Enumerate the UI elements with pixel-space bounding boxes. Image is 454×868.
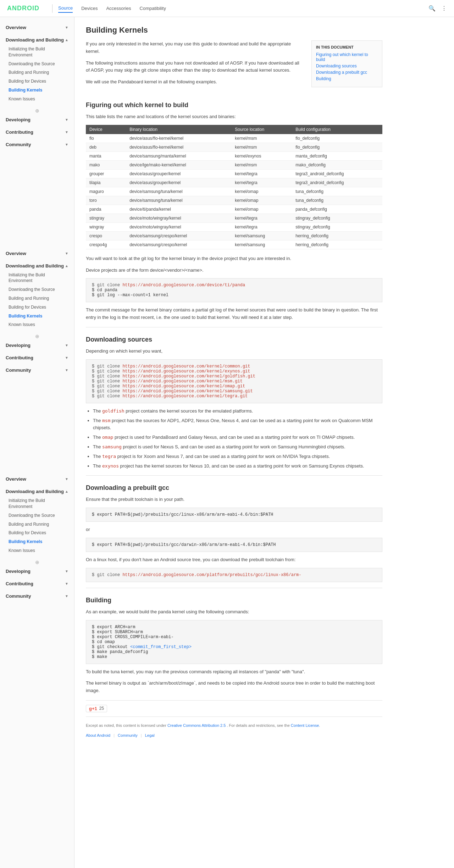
sidebar-header-contributing-2[interactable]: Contributing ▼ (0, 353, 74, 363)
sidebar-section-community-3: Community ▼ (0, 591, 74, 601)
list-item: The goldfish project contains the kernel… (93, 408, 382, 415)
sidebar: Overview ▼ Downloading and Building ▲ In… (0, 17, 74, 868)
table-cell: device/samsung/tuna/kernel (126, 196, 231, 205)
sidebar-item-init-2[interactable]: Initializing the Build Environment (0, 271, 74, 286)
table-cell: panda (86, 205, 126, 214)
chevron-down-icon-contrib-3: ▼ (65, 582, 68, 586)
table-cell: stingray_defconfig (292, 214, 382, 222)
sidebar-item-init-1[interactable]: Initializing the Build Environment (0, 45, 74, 60)
sidebar-item-building-kernels-2[interactable]: Building Kernels (0, 312, 74, 321)
sidebar-expand-3[interactable]: ⊕ (0, 558, 74, 566)
sidebar-header-community-2[interactable]: Community ▼ (0, 365, 74, 375)
sidebar-header-community-3[interactable]: Community ▼ (0, 591, 74, 601)
chevron-down-icon-contrib-2: ▼ (65, 356, 68, 360)
table-row: debdevice/asus/flo-kernel/kernelkernel/m… (86, 143, 382, 151)
table-cell: kernel/omap (231, 187, 292, 196)
chevron-down-icon: ▼ (65, 26, 68, 29)
col-build: Build configuration (292, 125, 382, 134)
sidebar-item-building-running-3[interactable]: Building and Running (0, 520, 74, 529)
col-device: Device (86, 125, 126, 134)
table-cell: kernel/samsung (231, 240, 292, 249)
sidebar-item-building-kernels-1[interactable]: Building Kernels (0, 86, 74, 95)
footer-text1: Except as noted, this content is license… (86, 723, 166, 728)
sidebar-item-download-source-1[interactable]: Downloading the Source (0, 60, 74, 68)
code-line: $ git clone https://android.googlesource… (92, 389, 376, 394)
in-this-doc-link-2[interactable]: Downloading sources (316, 63, 378, 68)
sidebar-header-overview-3[interactable]: Overview ▼ (0, 474, 74, 484)
code-line: $ git checkout <commit_from_first_step> (92, 645, 376, 649)
table-row: flodevice/asus/flo-kernel/kernelkernel/m… (86, 134, 382, 143)
sidebar-header-contributing-3[interactable]: Contributing ▼ (0, 579, 74, 588)
sidebar-expand-2[interactable]: ⊕ (0, 332, 74, 341)
section-building-title: Building (86, 597, 382, 604)
sidebar-header-overview-2[interactable]: Overview ▼ (0, 249, 74, 258)
table-row: tilapiadevice/asus/grouper/kernelkernel/… (86, 178, 382, 187)
sidebar-item-building-running-2[interactable]: Building and Running (0, 294, 74, 303)
sidebar-item-known-issues-1[interactable]: Known Issues (0, 95, 74, 104)
sidebar-header-downloading-1[interactable]: Downloading and Building ▲ (0, 35, 74, 45)
code-line: $ export ARCH=arm (92, 625, 376, 630)
sidebar-expand-1[interactable]: ⊕ (0, 106, 74, 115)
gplus-button[interactable]: g+1 25 (86, 705, 107, 712)
sidebar-label-community-1: Community (6, 142, 31, 147)
sidebar-section-developing-3: Developing ▼ (0, 566, 74, 576)
footer-link-about[interactable]: About Android (86, 733, 110, 737)
logo-area: android (7, 5, 39, 12)
sidebar-label-overview-2: Overview (6, 251, 26, 256)
in-this-doc-link-3[interactable]: Downloading a prebuilt gcc (316, 70, 378, 75)
sidebar-item-known-issues-2[interactable]: Known Issues (0, 320, 74, 329)
sidebar-label-developing-1: Developing (6, 117, 31, 122)
sidebar-header-developing-3[interactable]: Developing ▼ (0, 566, 74, 576)
sidebar-item-building-devices-1[interactable]: Building for Devices (0, 77, 74, 86)
social-bar: g+1 25 (86, 700, 382, 717)
sidebar-header-contributing-1[interactable]: Contributing ▼ (0, 127, 74, 137)
sidebar-item-building-devices-3[interactable]: Building for Devices (0, 529, 74, 537)
chevron-down-icon-comm-3: ▼ (65, 594, 68, 598)
sidebar-item-download-source-2[interactable]: Downloading the Source (0, 285, 74, 294)
sidebar-header-downloading-2[interactable]: Downloading and Building ▲ (0, 261, 74, 271)
divider-2 (86, 475, 382, 476)
table-cell: panda_defconfig (292, 205, 382, 214)
sidebar-header-developing-1[interactable]: Developing ▼ (0, 115, 74, 125)
table-row: stingraydevice/moto/wingray/kernelkernel… (86, 214, 382, 222)
menu-icon[interactable]: ⋮ (441, 5, 447, 12)
nav-compatibility[interactable]: Compatibility (140, 4, 166, 12)
table-cell: stingray (86, 214, 126, 222)
nav-source[interactable]: Source (58, 4, 73, 13)
in-this-doc-link-1[interactable]: Figuring out which kernel to build (316, 52, 378, 62)
sidebar-item-building-devices-2[interactable]: Building for Devices (0, 303, 74, 312)
footer-link-legal[interactable]: Legal (145, 733, 155, 737)
nav-devices[interactable]: Devices (81, 4, 98, 12)
footer-content-link[interactable]: Content License (291, 723, 319, 728)
sidebar-header-downloading-3[interactable]: Downloading and Building ▲ (0, 487, 74, 496)
sidebar-header-community-1[interactable]: Community ▼ (0, 140, 74, 149)
table-cell: device/asus/flo-kernel/kernel (126, 134, 231, 143)
layout: Overview ▼ Downloading and Building ▲ In… (0, 17, 454, 868)
search-icon[interactable]: 🔍 (428, 5, 436, 12)
page-title: Building Kernels (86, 26, 382, 35)
code-line: $ git clone https://android.googlesource… (92, 283, 376, 288)
code-block-build-commands: $ export ARCH=arm$ export SUBARCH=arm$ e… (86, 620, 382, 664)
sidebar-header-overview-1[interactable]: Overview ▼ (0, 23, 74, 32)
footer-link-community[interactable]: Community (118, 733, 138, 737)
sidebar-item-known-issues-3[interactable]: Known Issues (0, 546, 74, 555)
list-item: The omap project is used for PandaBoard … (93, 434, 382, 441)
nav-accessories[interactable]: Accessories (106, 4, 131, 12)
downloading-intro: Depending on which kernel you want, (86, 348, 382, 355)
table-cell: flo_defconfig (292, 143, 382, 151)
table-cell: herring_defconfig (292, 231, 382, 240)
table-cell: device/asus/flo-kernel/kernel (126, 143, 231, 151)
table-cell: kernel/omap (231, 205, 292, 214)
in-this-doc-link-4[interactable]: Building (316, 76, 378, 81)
sidebar-item-init-3[interactable]: Initializing the Build Environment (0, 496, 74, 511)
table-cell: kernel/msm (231, 160, 292, 169)
sidebar-item-building-kernels-3[interactable]: Building Kernels (0, 537, 74, 546)
table-cell: kernel/samsung (231, 231, 292, 240)
table-cell: kernel/msm (231, 134, 292, 143)
chevron-down-icon-ov3: ▼ (65, 477, 68, 481)
sidebar-item-building-running-1[interactable]: Building and Running (0, 68, 74, 77)
sidebar-header-developing-2[interactable]: Developing ▼ (0, 341, 74, 350)
sidebar-item-download-source-3[interactable]: Downloading the Source (0, 511, 74, 520)
footer-sep1: | (114, 733, 115, 737)
footer-license-link[interactable]: Creative Commons Attribution 2.5 (167, 723, 226, 728)
